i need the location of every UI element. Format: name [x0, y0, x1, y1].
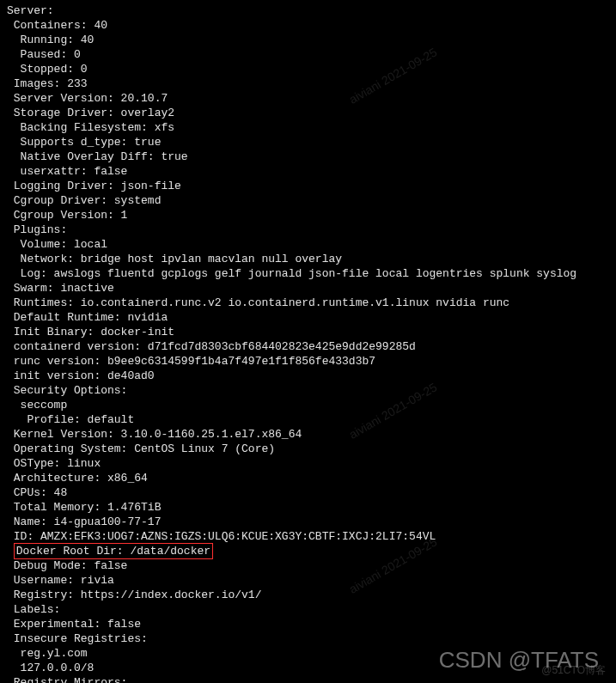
memory: Total Memory: 1.476TiB	[7, 500, 609, 515]
cgroup-version: Cgroup Version: 1	[7, 208, 609, 223]
cpus: CPUs: 48	[7, 485, 609, 500]
runc-ver: runc version: b9ee9c6314599f1b4a7f497e1f…	[7, 354, 609, 369]
plugins: Plugins:	[7, 223, 609, 237]
registry: Registry: https://index.docker.io/v1/	[7, 588, 609, 602]
containerd-ver: containerd version: d71fcd7d8303cbf68440…	[7, 339, 609, 354]
insecure: Insecure Registries:	[7, 631, 609, 646]
id: ID: AMZX:EFK3:UOG7:AZNS:IGZS:ULQ6:KCUE:X…	[7, 529, 609, 544]
volume: Volume: local	[7, 237, 609, 252]
docker-root-line: Docker Root Dir: /data/docker	[7, 544, 609, 558]
debug: Debug Mode: false	[7, 558, 609, 573]
running: Running: 40	[7, 33, 609, 47]
seccomp: seccomp	[7, 398, 609, 412]
name: Name: i4-gpua100-77-17	[7, 515, 609, 529]
reg1: reg.yl.com	[7, 646, 609, 661]
init-binary: Init Binary: docker-init	[7, 325, 609, 339]
mirrors: Registry Mirrors:	[7, 675, 609, 683]
logging-driver: Logging Driver: json-file	[7, 179, 609, 193]
swarm: Swarm: inactive	[7, 281, 609, 296]
network: Network: bridge host ipvlan macvlan null…	[7, 252, 609, 266]
runtimes: Runtimes: io.containerd.runc.v2 io.conta…	[7, 296, 609, 310]
userxattr: userxattr: false	[7, 164, 609, 179]
supports-dtype: Supports d_type: true	[7, 135, 609, 149]
reg2: 127.0.0.0/8	[7, 661, 609, 675]
init-ver: init version: de40ad0	[7, 369, 609, 383]
backing-fs: Backing Filesystem: xfs	[7, 120, 609, 135]
stopped: Stopped: 0	[7, 62, 609, 76]
docker-root-highlight: Docker Root Dir: /data/docker	[14, 543, 213, 559]
log: Log: awslogs fluentd gcplogs gelf journa…	[7, 266, 609, 281]
sec-opts: Security Options:	[7, 383, 609, 398]
containers: Containers: 40	[7, 18, 609, 33]
server-version: Server Version: 20.10.7	[7, 91, 609, 106]
username: Username: rivia	[7, 573, 609, 588]
experimental: Experimental: false	[7, 617, 609, 631]
ostype: OSType: linux	[7, 456, 609, 471]
labels: Labels:	[7, 602, 609, 617]
paused: Paused: 0	[7, 47, 609, 62]
arch: Architecture: x86_64	[7, 471, 609, 485]
profile: Profile: default	[7, 412, 609, 427]
os: Operating System: CentOS Linux 7 (Core)	[7, 442, 609, 456]
native-overlay: Native Overlay Diff: true	[7, 149, 609, 164]
images: Images: 233	[7, 76, 609, 91]
cgroup-driver: Cgroup Driver: systemd	[7, 193, 609, 208]
default-runtime: Default Runtime: nvidia	[7, 310, 609, 325]
kernel: Kernel Version: 3.10.0-1160.25.1.el7.x86…	[7, 427, 609, 442]
server-header: Server:	[7, 3, 609, 18]
storage-driver: Storage Driver: overlay2	[7, 106, 609, 120]
